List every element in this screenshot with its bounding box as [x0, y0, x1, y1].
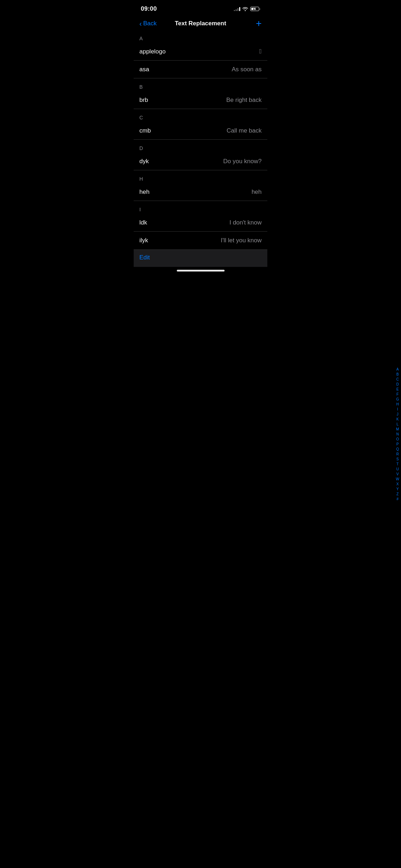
list-container: A applelogo  asa As soon as B brb Be ri… — [134, 33, 267, 249]
signal-icon — [234, 7, 240, 11]
apple-logo-icon:  — [259, 48, 262, 55]
item-shortcut: cmb — [139, 127, 151, 134]
list-item[interactable]: heh heh — [134, 183, 267, 201]
bottom-toolbar: Edit — [134, 249, 267, 267]
item-replacement: Call me back — [227, 127, 262, 134]
edit-button[interactable]: Edit — [139, 254, 150, 261]
section-header-b: B — [134, 81, 267, 91]
nav-bar: ‹ Back Text Replacement + — [134, 16, 267, 33]
section-header-d: D — [134, 143, 267, 153]
item-shortcut: heh — [139, 188, 149, 196]
list-item[interactable]: dyk Do you know? — [134, 153, 267, 170]
back-button[interactable]: ‹ Back — [139, 20, 168, 27]
status-icons: 67 — [234, 7, 260, 11]
item-replacement: As soon as — [232, 66, 262, 73]
item-shortcut: brb — [139, 97, 148, 104]
status-time: 09:00 — [141, 5, 157, 12]
section-header-i: I — [134, 204, 267, 214]
status-bar: 09:00 67 — [134, 0, 267, 16]
item-shortcut: ldk — [139, 219, 147, 226]
battery-icon: 67 — [250, 7, 260, 11]
list-item[interactable]: ldk I don't know — [134, 214, 267, 232]
back-label: Back — [143, 20, 157, 27]
item-replacement: I don't know — [230, 219, 262, 226]
item-replacement: I'll let you know — [221, 237, 262, 244]
section-header-h: H — [134, 173, 267, 183]
list-item[interactable]: ilyk I'll let you know — [134, 232, 267, 249]
item-shortcut: ilyk — [139, 237, 148, 244]
home-indicator — [134, 267, 267, 276]
item-shortcut: asa — [139, 66, 149, 73]
home-bar — [177, 270, 225, 272]
item-replacement: heh — [252, 188, 262, 196]
section-header-c: C — [134, 112, 267, 122]
list-item[interactable]: brb Be right back — [134, 91, 267, 109]
list-item[interactable]: cmb Call me back — [134, 122, 267, 140]
list-item[interactable]: asa As soon as — [134, 61, 267, 78]
chevron-left-icon: ‹ — [139, 20, 142, 27]
section-header-a: A — [134, 33, 267, 43]
item-shortcut: applelogo — [139, 48, 166, 55]
item-replacement: Be right back — [226, 97, 262, 104]
item-shortcut: dyk — [139, 158, 149, 165]
page-title: Text Replacement — [168, 20, 233, 27]
wifi-icon — [242, 7, 248, 11]
list-item[interactable]: applelogo  — [134, 43, 267, 61]
add-button[interactable]: + — [233, 19, 262, 29]
item-replacement: Do you know? — [223, 158, 262, 165]
